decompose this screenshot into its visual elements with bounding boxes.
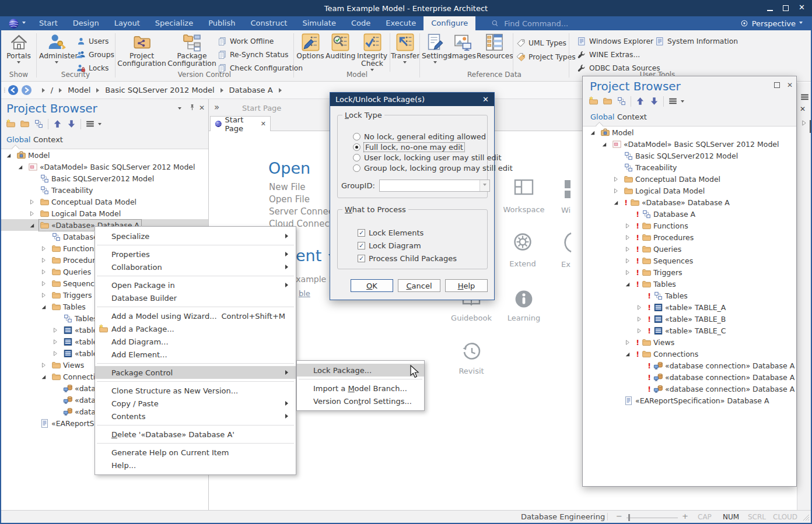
expand-icon[interactable]: [624, 234, 631, 241]
ribbon-tab-specialize[interactable]: Specialize: [148, 16, 201, 30]
ribbon-tab-design[interactable]: Design: [65, 16, 107, 30]
zoom-out-icon[interactable]: −: [616, 512, 622, 521]
collapse-icon[interactable]: [40, 373, 47, 381]
new-diagram-button[interactable]: [34, 119, 44, 129]
tile-label[interactable]: Extend: [491, 259, 555, 268]
checkbox-lock-elements[interactable]: Lock Elements: [358, 228, 424, 237]
ok-button[interactable]: OK: [351, 279, 393, 292]
close-tab-icon[interactable]: ✕: [800, 105, 806, 113]
tab-start-page[interactable]: Start Page ✕: [210, 116, 271, 131]
uml-types-button[interactable]: UML Types: [516, 38, 566, 48]
work-offline-button[interactable]: Work Offline: [218, 36, 274, 46]
transfer-button[interactable]: Transfer: [391, 33, 419, 65]
project-configuration-button[interactable]: Project Configuration: [117, 33, 166, 68]
expand-icon[interactable]: [624, 257, 631, 265]
tree-item[interactable]: !Functions: [583, 220, 796, 231]
checkbox-checked-icon[interactable]: [358, 255, 365, 262]
zoom-slider-track[interactable]: [626, 518, 678, 518]
expand-icon[interactable]: [635, 315, 643, 323]
tree-item[interactable]: Conceptual Data Model: [1, 196, 208, 208]
wine-extras-button[interactable]: WINE Extras...: [577, 50, 640, 59]
tree-item[interactable]: !«Database» Database A: [583, 196, 796, 208]
tree-item[interactable]: !Views: [583, 336, 796, 348]
portals-button[interactable]: Portals: [5, 33, 33, 65]
recent-link-fragment[interactable]: ble: [299, 289, 310, 298]
move-up-button[interactable]: [52, 119, 62, 129]
options-button[interactable]: Options: [296, 33, 324, 60]
execute-icon[interactable]: [564, 232, 584, 253]
panel-close-icon[interactable]: ✕: [199, 104, 205, 112]
tree-item[interactable]: !Connections: [583, 348, 796, 360]
close-icon[interactable]: ✕: [799, 3, 805, 12]
learning-icon[interactable]: [513, 289, 534, 310]
tree-item[interactable]: !Tables: [583, 290, 796, 301]
tree-item[interactable]: Conceptual Data Model: [583, 173, 796, 185]
menu-item[interactable]: Package Control: [95, 366, 296, 379]
radio-icon[interactable]: [353, 133, 360, 140]
settings-button[interactable]: Settings: [422, 33, 449, 65]
menu-item[interactable]: Add a Model using Wizard...Control+Shift…: [95, 310, 296, 322]
perspective-status[interactable]: Database Engineering: [521, 512, 605, 521]
checkbox-checked-icon[interactable]: [358, 229, 365, 237]
system-information-button[interactable]: System Information: [655, 36, 738, 46]
revisit-icon[interactable]: [461, 341, 482, 362]
expand-icon[interactable]: [624, 245, 631, 253]
tree-item[interactable]: Traceability: [583, 161, 796, 173]
window-icon[interactable]: [564, 178, 584, 199]
tab-context[interactable]: Context: [617, 112, 647, 121]
radio-no-lock[interactable]: No lock, general editing allowed: [353, 132, 486, 141]
expand-icon[interactable]: [612, 175, 620, 183]
dialog-close-icon[interactable]: ✕: [482, 95, 489, 104]
expand-icon[interactable]: [635, 304, 643, 311]
expand-icon[interactable]: [40, 291, 47, 299]
tree-item[interactable]: «EAReportSpecification» Database A: [583, 395, 796, 406]
images-button[interactable]: Images: [450, 33, 475, 60]
zoom-slider-thumb[interactable]: [628, 514, 630, 521]
expand-icon[interactable]: [40, 268, 47, 276]
windows-explorer-button[interactable]: Windows Explorer: [577, 36, 653, 46]
menu-item[interactable]: Add Diagram...: [95, 335, 296, 348]
menu-item[interactable]: Lock Package...: [297, 364, 424, 377]
groupid-combobox[interactable]: [379, 180, 490, 192]
tree-item[interactable]: Basic SQLServer2012 Model: [583, 150, 796, 161]
menu-item[interactable]: Add Element...: [95, 348, 296, 361]
tree-item[interactable]: !Procedures: [583, 231, 796, 243]
tree-item[interactable]: !«database connection» Database A (PROD): [583, 383, 796, 395]
expand-icon[interactable]: [40, 361, 47, 369]
radio-full-lock[interactable]: Full lock, no-one may edit: [353, 143, 464, 152]
breadcrumb-item[interactable]: Model: [68, 86, 90, 94]
tab-global[interactable]: Global: [6, 135, 30, 144]
new-folder-button[interactable]: [603, 96, 612, 106]
tab-global[interactable]: Global: [590, 112, 614, 121]
tree-item[interactable]: «DataModel» Basic SQLServer 2012 Model: [583, 138, 796, 150]
tree-item[interactable]: !«database connection» Database A (TEST): [583, 371, 796, 383]
menu-item[interactable]: Add a Package...: [95, 322, 296, 335]
expand-icon[interactable]: [51, 350, 59, 357]
tree-item[interactable]: Logical Data Model: [1, 208, 208, 219]
checkbox-process-child-packages[interactable]: Process Child Packages: [358, 254, 457, 263]
auditing-button[interactable]: Auditing: [326, 33, 355, 60]
expand-icon[interactable]: [635, 327, 643, 335]
help-button[interactable]: Help: [445, 279, 488, 292]
cancel-button[interactable]: Cancel: [398, 279, 440, 292]
collapse-icon[interactable]: [589, 129, 596, 136]
expand-icon[interactable]: [28, 210, 36, 217]
expand-icon[interactable]: [624, 222, 631, 230]
radio-user-lock[interactable]: User lock, locking user may still edit: [353, 153, 502, 162]
menu-item[interactable]: Database Builder: [95, 291, 296, 304]
tree-item[interactable]: Traceability: [1, 184, 208, 196]
expand-icon[interactable]: [612, 187, 620, 195]
move-up-button[interactable]: [635, 96, 645, 106]
radio-selected-icon[interactable]: [353, 143, 360, 151]
menu-item[interactable]: Delete '«Database» Database A': [95, 428, 296, 441]
collapse-icon[interactable]: [40, 303, 47, 311]
tree-item[interactable]: Logical Data Model: [583, 185, 796, 196]
forward-button[interactable]: [21, 85, 32, 96]
tree-item[interactable]: Model: [1, 149, 208, 161]
ribbon-tab-publish[interactable]: Publish: [201, 16, 243, 30]
pin-icon[interactable]: [188, 103, 197, 112]
zoom-in-icon[interactable]: +: [682, 512, 688, 521]
tile-label[interactable]: Learning: [492, 314, 556, 322]
breadcrumb-item[interactable]: Basic SQLServer 2012 Model: [105, 86, 214, 94]
panel-hamburger-button[interactable]: [85, 119, 95, 129]
